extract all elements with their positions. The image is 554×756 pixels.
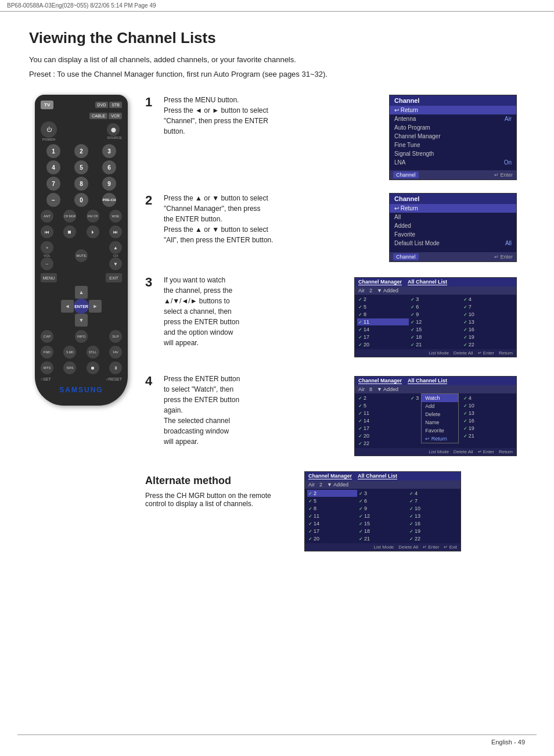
- transport-row: ⏮ ⏹ ⏵ ⏭: [41, 225, 122, 238]
- rec-button[interactable]: ⏺: [87, 361, 99, 374]
- steps-column: 1 Channel ↩ Return Antenna Air Auto: [145, 95, 525, 551]
- fav-button[interactable]: FAV: [109, 346, 122, 359]
- menu-button[interactable]: MENU: [41, 273, 57, 282]
- ch-cell: ✓2: [357, 395, 409, 402]
- remote-control: TV DVD STB CABLE VCR ⏻: [35, 95, 128, 406]
- nav-up-button[interactable]: ▲: [75, 286, 88, 299]
- btn-2[interactable]: 2: [74, 144, 88, 158]
- enter-button[interactable]: ENTER: [74, 299, 89, 314]
- popup-return[interactable]: ↩ Return: [422, 435, 458, 443]
- srs-button[interactable]: SRS: [63, 361, 76, 374]
- ch-cell: ✓13: [408, 513, 458, 519]
- ch-cell: ✓22: [462, 341, 514, 348]
- ch-mgr-button[interactable]: CH MGR: [63, 210, 76, 223]
- sleep-button[interactable]: SLP: [109, 330, 122, 343]
- ch-cell: ✓16: [408, 520, 458, 527]
- ch-cell: ✓6: [409, 303, 461, 310]
- ch-cell: ✓17: [357, 425, 409, 432]
- popup-favorite[interactable]: Favorite: [422, 427, 458, 435]
- ch-up-button[interactable]: ▲: [109, 241, 122, 254]
- caption-button[interactable]: CAP: [41, 330, 53, 343]
- ch-cell: ✓5: [307, 497, 357, 504]
- device-row2: CABLE VCR: [41, 113, 122, 119]
- btn-9[interactable]: 9: [102, 177, 116, 191]
- stb-button[interactable]: STB: [109, 102, 122, 108]
- main-content: Viewing the Channel Lists You can displa…: [0, 12, 554, 569]
- page-footer: English - 49: [491, 739, 525, 746]
- alt-ch-subheader: Air 2 ▼ Added: [305, 481, 461, 489]
- step-2-content: Channel ↩ Return All Added Favorite: [164, 193, 517, 262]
- mts-button[interactable]: MTS: [41, 361, 53, 374]
- s-mode-button[interactable]: S.MD: [63, 346, 76, 359]
- dvd-button[interactable]: DVD: [95, 102, 109, 108]
- menu-screenshot-2: Channel ↩ Return All Added Favorite: [389, 193, 517, 262]
- vol-down-button[interactable]: −: [41, 257, 53, 270]
- ch-cell: ✓21: [409, 341, 461, 348]
- ch-cell: ✓12: [409, 318, 461, 325]
- ch-cell: ✓15: [409, 326, 461, 333]
- pause-button[interactable]: ⏸: [109, 361, 122, 374]
- ch-cell: ✓13: [462, 410, 514, 417]
- alt-ch-header: Channel Manager All Channel List: [305, 472, 461, 481]
- content-columns: TV DVD STB CABLE VCR ⏻: [29, 95, 525, 551]
- btn-8[interactable]: 8: [74, 177, 88, 191]
- header-bar: BP68-00588A-03Eng(028~055) 8/22/06 5:14 …: [0, 0, 554, 12]
- ch-cell: ✓8: [357, 311, 409, 318]
- exit-button[interactable]: EXIT: [106, 273, 122, 282]
- btn-0[interactable]: 0: [74, 193, 88, 207]
- play-button[interactable]: ⏵: [87, 225, 99, 238]
- btn-prech[interactable]: PRE-CH: [102, 193, 116, 207]
- nav-right-button[interactable]: ►: [89, 300, 102, 313]
- fav-ch-button[interactable]: FAV CH: [87, 210, 99, 223]
- ch-cell: ✓16: [462, 326, 514, 333]
- mute-button[interactable]: MUTE: [75, 249, 88, 262]
- page-title: Viewing the Channel Lists: [29, 29, 525, 47]
- btn-7[interactable]: 7: [46, 177, 60, 191]
- ff-button[interactable]: ⏭: [109, 225, 122, 238]
- ch-cell: ✓5: [357, 303, 409, 310]
- btn-4[interactable]: 4: [46, 160, 60, 174]
- menu1-lna: LNA On: [390, 158, 516, 167]
- mts-row: MTS SRS ⏺ ⏸: [41, 361, 122, 374]
- ch-cell: ✓18: [409, 334, 461, 341]
- popup-watch[interactable]: Watch: [422, 394, 458, 402]
- antenna-button[interactable]: ANT: [41, 210, 53, 223]
- alt-method-section: Alternate method Press the CH MGR button…: [145, 469, 525, 551]
- p-mode-button[interactable]: P.MD: [41, 346, 53, 359]
- nav-left-button[interactable]: ◄: [61, 300, 74, 313]
- ch-area: ▲ CH ▼: [109, 241, 122, 270]
- still-button[interactable]: STILL: [87, 346, 99, 359]
- stop-button[interactable]: ⏹: [63, 225, 76, 238]
- cable-button[interactable]: CABLE: [89, 113, 107, 119]
- ch-manager-header-2: Channel Manager All Channel List: [355, 377, 516, 385]
- btn-1[interactable]: 1: [46, 144, 60, 158]
- alt-method-text-area: Alternate method Press the CH MGR button…: [145, 469, 285, 551]
- popup-name[interactable]: Name: [422, 418, 458, 427]
- ch-manager-header-1: Channel Manager All Channel List: [355, 278, 516, 286]
- power-button[interactable]: ⏻: [41, 121, 57, 138]
- btn-minus[interactable]: −: [46, 193, 60, 207]
- channel-icon: Channel: [393, 171, 419, 178]
- ch-down-button[interactable]: ▼: [109, 257, 122, 270]
- btn-6[interactable]: 6: [102, 160, 116, 174]
- step-1: 1 Channel ↩ Return Antenna Air Auto: [145, 95, 525, 180]
- rew-button[interactable]: ⏮: [41, 225, 53, 238]
- wiselink-button[interactable]: WISE: [109, 210, 122, 223]
- vol-up-button[interactable]: +: [41, 241, 53, 254]
- nav-down-button[interactable]: ▼: [75, 314, 88, 327]
- samsung-logo: SAMSUNG: [41, 386, 122, 394]
- info-button[interactable]: INFO: [75, 330, 88, 343]
- menu2-title: Channel: [390, 194, 516, 204]
- ch-cell: ✓9: [409, 311, 461, 318]
- btn-3[interactable]: 3: [102, 144, 116, 158]
- tv-button[interactable]: TV: [41, 101, 53, 109]
- vcr-button[interactable]: VCR: [109, 113, 122, 119]
- ch-cell: ✓11: [307, 513, 357, 519]
- popup-delete[interactable]: Delete: [422, 410, 458, 418]
- menu-exit-row: MENU EXIT: [41, 273, 122, 282]
- number-pad: 1 2 3 4 5 6 7 8 9 − 0 PRE-CH: [41, 144, 122, 207]
- popup-add[interactable]: Add: [422, 402, 458, 410]
- source-button[interactable]: ⬤: [107, 123, 120, 136]
- btn-5[interactable]: 5: [74, 160, 88, 174]
- step-3: 3 Channel Manager All Channel List Air 2…: [145, 275, 525, 361]
